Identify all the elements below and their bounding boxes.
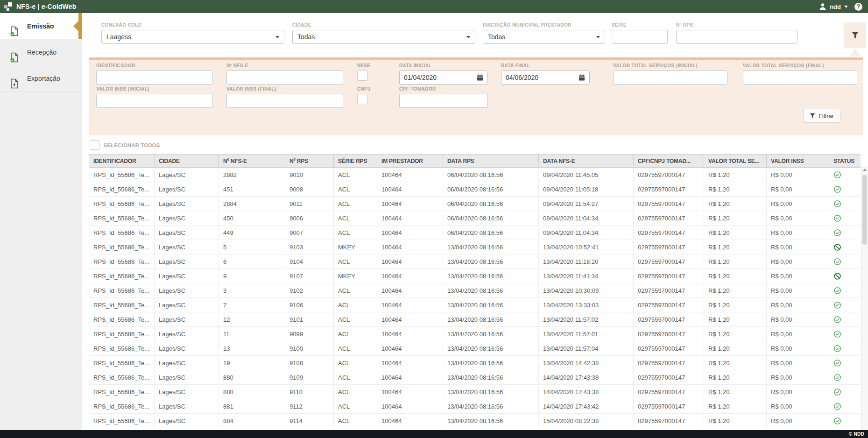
help-button[interactable]: ? (854, 3, 862, 11)
cell: R$ 1,20 (704, 356, 767, 370)
cell: Lages/SC (155, 414, 219, 428)
status-ok-icon (833, 359, 841, 367)
table-row[interactable]: RPS_Id_55686_Te...Lages/SC8809110ACL1004… (89, 385, 861, 399)
cell: ACL (334, 298, 377, 312)
data-final-input[interactable]: 04/06/2020 (501, 71, 590, 85)
table-row[interactable]: RPS_Id_55686_Te...Lages/SC139100ACL10046… (89, 341, 861, 356)
inscricao-select[interactable]: Todas (483, 30, 605, 44)
cell: 100464 (377, 312, 443, 327)
table-row[interactable]: RPS_Id_55686_Te...Lages/SC99107MKEY10046… (89, 269, 861, 283)
cell: R$ 0,00 (767, 414, 829, 428)
cell: Lages/SC (155, 327, 219, 341)
column-header[interactable]: SÉRIE RPS (334, 155, 377, 168)
cpf-tomador-input[interactable] (399, 94, 488, 108)
cell-status (829, 341, 861, 356)
table-row[interactable]: RPS_Id_55686_Te...Lages/SC4519008ACL1004… (89, 182, 861, 197)
cell: R$ 0,00 (767, 226, 829, 240)
status-ok-icon (833, 214, 841, 222)
cell-status (829, 399, 861, 414)
sidebar-item-exportacao[interactable]: Exportação (0, 65, 82, 92)
table-row[interactable]: RPS_Id_55686_Te...Lages/SC4509006ACL1004… (89, 211, 861, 226)
data-inicial-input[interactable]: 01/04/2020 (399, 71, 488, 85)
inss-inicial-input[interactable] (96, 94, 213, 108)
column-header[interactable]: DATA NFS-E (539, 155, 634, 168)
table-row[interactable]: RPS_Id_55686_Te...Lages/SC28829010ACL100… (89, 168, 861, 182)
cell: R$ 0,00 (767, 254, 829, 269)
column-header[interactable]: CPF/CNPJ TOMAD... (634, 155, 704, 168)
filtrar-label: Filtrar (819, 113, 834, 120)
filter-toggle-button[interactable] (844, 22, 866, 48)
cell: ACL (334, 414, 377, 428)
cell: 881 (219, 399, 285, 414)
filter-panel: IDENTIFICADOR Nº NFS-E NFSE DATA INICIAL… (89, 57, 863, 135)
table-row[interactable]: RPS_Id_55686_Te...Lages/SC39102ACL100464… (89, 283, 861, 298)
table-row[interactable]: RPS_Id_55686_Te...Lages/SC129101ACL10046… (89, 312, 861, 327)
column-header[interactable]: VALOR INSS (767, 155, 829, 168)
select-all-checkbox[interactable] (90, 140, 99, 150)
column-header[interactable]: DATA RPS (443, 155, 539, 168)
column-header[interactable]: IDENTIFICADOR (89, 155, 155, 168)
nnfse-input[interactable] (226, 71, 343, 85)
filtrar-button[interactable]: Filtrar (803, 109, 840, 123)
cell: R$ 0,00 (767, 399, 829, 414)
identificador-input[interactable] (96, 71, 213, 85)
status-ok-icon (833, 287, 841, 295)
select-all-label: SELECIONAR TODOS (104, 142, 160, 148)
table-row[interactable]: RPS_Id_55686_Te...Lages/SC59103MKEY10046… (89, 240, 861, 254)
scrollbar-thumb[interactable] (862, 175, 867, 245)
cell: 06/04/2020 08:16:56 (443, 182, 539, 197)
table-row[interactable]: RPS_Id_55686_Te...Lages/SC8849114ACL1004… (89, 414, 861, 428)
field-inss-inicial: VALOR INSS (INICIAL) (96, 86, 213, 108)
cell: ACL (334, 356, 377, 370)
field-cpf-tomador: CPF TOMADOR (399, 86, 488, 108)
nrps-label: Nº RPS (676, 22, 797, 28)
cell: 13/04/2020 08:16:56 (443, 254, 539, 269)
table-row[interactable]: RPS_Id_55686_Te...Lages/SC28849011ACL100… (89, 197, 861, 211)
vts-final-input[interactable] (743, 71, 857, 85)
table-row[interactable]: RPS_Id_55686_Te...Lages/SC119099ACL10046… (89, 327, 861, 341)
table-scrollbar[interactable] (861, 166, 868, 430)
cell: 13/04/2020 08:16:56 (443, 370, 539, 385)
cell: Lages/SC (155, 168, 219, 182)
nrps-input[interactable] (676, 30, 797, 44)
filter-group-serie: SÉRIE (612, 22, 668, 44)
column-header[interactable]: IM PRESTADOR (377, 155, 443, 168)
cnpj-checkbox[interactable] (357, 94, 367, 104)
status-ok-icon (833, 316, 841, 324)
user-menu[interactable]: ndd (819, 3, 848, 10)
cell: 19 (219, 356, 285, 370)
status-cancelled-icon (833, 272, 841, 280)
cell: R$ 1,20 (704, 254, 767, 269)
cidade-select[interactable]: Todas (292, 30, 475, 44)
cell: 02975597000147 (634, 385, 704, 399)
table-row[interactable]: RPS_Id_55686_Te...Lages/SC4499007ACL1004… (89, 226, 861, 240)
inss-final-input[interactable] (226, 94, 343, 108)
nfse-checkbox[interactable] (357, 71, 367, 81)
table-row[interactable]: RPS_Id_55686_Te...Lages/SC8809109ACL1004… (89, 370, 861, 385)
conexao-select[interactable]: Laagess (101, 30, 284, 44)
column-header[interactable]: STATUS (829, 155, 861, 168)
cell: RPS_Id_55686_Te... (89, 211, 155, 226)
cell: Lages/SC (155, 298, 219, 312)
cell: Lages/SC (155, 283, 219, 298)
table-row[interactable]: RPS_Id_55686_Te...Lages/SC79106ACL100464… (89, 298, 861, 312)
vts-inicial-input[interactable] (613, 71, 727, 85)
table-row[interactable]: RPS_Id_55686_Te...Lages/SC69104ACL100464… (89, 254, 861, 269)
cell: RPS_Id_55686_Te... (89, 385, 155, 399)
scroll-up-icon[interactable] (863, 169, 867, 171)
table-row[interactable]: RPS_Id_55686_Te...Lages/SC199108ACL10046… (89, 356, 861, 370)
cell: 100464 (377, 269, 443, 283)
sidebar-item-emissao[interactable]: Emissão (0, 13, 82, 39)
column-header[interactable]: VALOR TOTAL SE... (704, 155, 767, 168)
table-row[interactable]: RPS_Id_55686_Te...Lages/SC8819112ACL1004… (89, 399, 861, 414)
chevron-down-icon (844, 6, 848, 8)
cell: 12 (219, 312, 285, 327)
sidebar-item-recepcao[interactable]: Recepção (0, 39, 82, 65)
cell: ACL (334, 399, 377, 414)
column-header[interactable]: Nº NFS-E (219, 155, 285, 168)
column-header[interactable]: Nº RPS (285, 155, 334, 168)
cell: 02975597000147 (634, 226, 704, 240)
cell: R$ 1,20 (704, 298, 767, 312)
serie-input[interactable] (612, 30, 668, 44)
column-header[interactable]: CIDADE (155, 155, 219, 168)
